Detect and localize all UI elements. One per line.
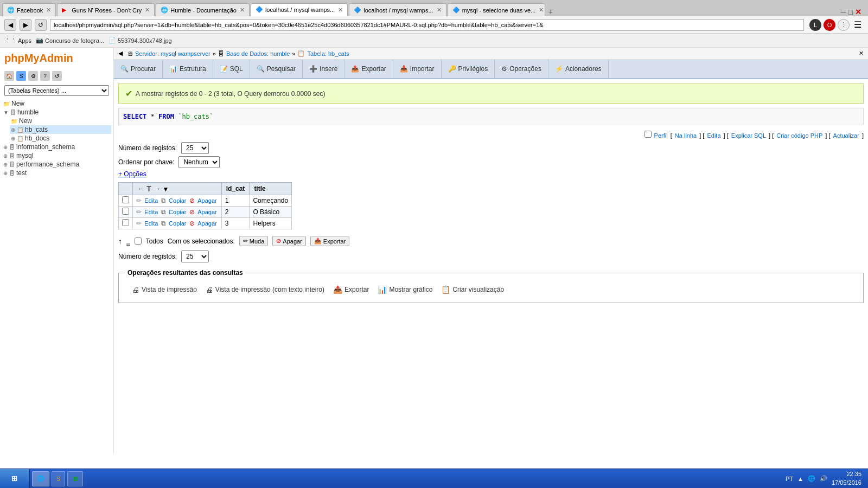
tab-close-pma2[interactable]: ✕ [437, 7, 442, 14]
tree-item-humble-new[interactable]: 📁 New [10, 117, 111, 125]
vista-impressao-texto-link[interactable]: 🖨 Vista de impressão (com texto inteiro) [206, 285, 324, 294]
nav-btn-privilegios[interactable]: 🔑 Privilégios [442, 60, 495, 78]
row2-delete-link[interactable]: Apagar [197, 209, 216, 215]
th-id-cat[interactable]: id_cat [221, 183, 250, 195]
profil-link[interactable]: Perfil [654, 132, 668, 139]
nav-arrow-t[interactable]: T [146, 184, 151, 193]
nav-btn-acionadores[interactable]: ⚡ Acionadores [548, 60, 609, 78]
row2-edit-link[interactable]: Edita [144, 209, 158, 215]
sidebar-icon-home[interactable]: 🏠 [4, 71, 14, 81]
muda-btn[interactable]: ✏ Muda [239, 236, 269, 246]
nav-arrow-right[interactable]: → [153, 184, 161, 193]
row1-checkbox[interactable] [122, 196, 129, 203]
check-all-checkbox[interactable] [135, 237, 142, 245]
extension-other[interactable]: ⋮ [838, 19, 850, 31]
row1-copy-link[interactable]: Copiar [169, 197, 186, 204]
tree-item-mysql[interactable]: ⊕ 🗄 mysql [2, 151, 111, 160]
menu-button[interactable]: ☰ [852, 19, 864, 31]
vista-impressao-link[interactable]: 🖨 Vista de impressão [132, 285, 197, 294]
nav-btn-operacoes[interactable]: ⚙ Operações [495, 60, 548, 78]
exportar-btn[interactable]: 📤 Exportar [310, 236, 350, 246]
tab-pma1[interactable]: 🔷 localhost / mysql wamps... ✕ [251, 3, 348, 16]
breadcrumb-collapse-icon[interactable]: ✕ [859, 50, 864, 57]
tab-close-mysql[interactable]: ✕ [539, 7, 544, 14]
th-title[interactable]: title [250, 183, 292, 195]
num-registos-top-select[interactable]: 25 50 100 [181, 142, 209, 154]
taskbar-green-app[interactable]: 🖥 [67, 471, 83, 486]
apagar-btn[interactable]: ⊘ Apagar [272, 236, 305, 246]
tree-item-humble[interactable]: ▼ 🗄 humble [2, 108, 111, 117]
tab-close-humble[interactable]: ✕ [240, 7, 245, 14]
tab-pma2[interactable]: 🔷 localhost / mysql wamps... ✕ [349, 3, 446, 16]
start-button[interactable]: ⊞ [0, 469, 30, 489]
row2-copy-link[interactable]: Copiar [169, 209, 186, 215]
taskbar-yellow-app[interactable]: S [52, 471, 65, 486]
criar-codigo-php-link[interactable]: Criar código PHP [776, 132, 822, 139]
nav-btn-pesquisar[interactable]: 🔍 Pesquisar [250, 60, 303, 78]
row3-edit-link[interactable]: Edita [144, 220, 158, 227]
row1-edit-link[interactable]: Edita [144, 197, 158, 204]
nav-btn-exportar[interactable]: 📤 Exportar [344, 60, 393, 78]
row3-copy-link[interactable]: Copiar [169, 220, 186, 227]
sort-up-icon[interactable]: ↑ [118, 237, 122, 246]
nav-btn-insere[interactable]: ➕ Insere [303, 60, 344, 78]
exportar-op-link[interactable]: 📤 Exportar [333, 285, 369, 294]
sidebar-icon-sql[interactable]: S [16, 71, 26, 81]
ordenar-select[interactable]: Nenhum [178, 156, 220, 168]
opcoes-link[interactable]: + Opções [118, 170, 146, 178]
tab-close-pma1[interactable]: ✕ [338, 7, 343, 14]
tab-mysql[interactable]: 🔷 mysql - selecione duas ve... ✕ [448, 3, 545, 16]
bookmark-concurso[interactable]: 📷 Concurso de fotogra... [36, 37, 104, 44]
window-close[interactable]: ✕ [855, 8, 861, 16]
sidebar-icon-settings[interactable]: ⚙ [28, 71, 38, 81]
extension-opera[interactable]: O [824, 19, 835, 31]
taskbar-up-icon[interactable]: ▲ [797, 476, 803, 482]
sidebar-icon-help[interactable]: ? [40, 71, 50, 81]
bookmark-img[interactable]: 📄 553794.300x748.jpg [108, 37, 172, 44]
taskbar-chrome[interactable]: 🌐 [32, 471, 49, 486]
actualizar-link[interactable]: Actualizar [833, 132, 859, 139]
nav-btn-procurar[interactable]: 🔍 Procurar [114, 60, 163, 78]
edita-link[interactable]: Edita [707, 132, 720, 139]
breadcrumb-table[interactable]: Tabela: hb_cats [307, 50, 349, 57]
sidebar-icon-refresh[interactable]: ↺ [52, 71, 62, 81]
na-linha-link[interactable]: Na linha [675, 132, 697, 139]
breadcrumb-db[interactable]: Base de Dados: humble [226, 50, 290, 57]
mostrar-grafico-link[interactable]: 📊 Mostrar gráfico [378, 285, 432, 294]
window-maximize[interactable]: □ [848, 8, 853, 16]
tree-item-hb-docs[interactable]: ⊕ 📋 hb_docs [10, 134, 111, 143]
tab-close-facebook[interactable]: ✕ [46, 7, 51, 14]
tree-item-new-root[interactable]: 📁 New [2, 99, 111, 108]
forward-button[interactable]: ▶ [20, 19, 31, 31]
explicar-sql-link[interactable]: Explicar SQL [731, 132, 766, 139]
num-registos-bottom-select[interactable]: 25 50 100 [181, 251, 209, 262]
row2-checkbox[interactable] [122, 208, 129, 215]
tab-facebook[interactable]: 🌐 Facebook ✕ [2, 3, 56, 16]
sort-dropdown-icon[interactable]: ▼ [163, 185, 169, 193]
nav-btn-estrutura[interactable]: 📊 Estrutura [163, 60, 213, 78]
nav-btn-sql[interactable]: 📝 SQL [213, 60, 250, 78]
tree-item-performance-schema[interactable]: ⊕ 🗄 performance_schema [2, 160, 111, 169]
profil-checkbox[interactable] [644, 131, 652, 138]
back-button[interactable]: ◀ [4, 19, 16, 31]
new-tab-button[interactable]: + [548, 8, 553, 16]
url-input[interactable] [50, 19, 804, 31]
criar-visualizacao-link[interactable]: 📋 Criar visualização [441, 285, 504, 294]
tree-item-information-schema[interactable]: ⊕ 🗄 information_schema [2, 143, 111, 151]
speaker-icon[interactable]: 🔊 [820, 475, 827, 482]
window-minimize[interactable]: ─ [841, 8, 846, 16]
breadcrumb-back-icon[interactable]: ◀ [118, 50, 123, 57]
breadcrumb-server[interactable]: Servidor: mysql wampserver [135, 50, 210, 57]
row1-delete-link[interactable]: Apagar [197, 197, 216, 204]
tab-gnr[interactable]: ▶ Guns N' Roses - Don't Cry ✕ [57, 3, 155, 16]
reload-button[interactable]: ↺ [35, 19, 47, 31]
tree-item-test[interactable]: ⊕ 🗄 test [2, 169, 111, 177]
tab-close-gnr[interactable]: ✕ [145, 7, 150, 14]
nav-btn-importar[interactable]: 📥 Importar [393, 60, 442, 78]
extension-lastpass[interactable]: L [809, 19, 821, 31]
nav-arrow-left[interactable]: ← [137, 184, 145, 193]
tab-humble[interactable]: 🌐 Humble - Documentação ✕ [156, 3, 250, 16]
tree-item-hb-cats[interactable]: ⊕ 📋 hb_cats [10, 125, 111, 134]
recent-tables-select[interactable]: (Tabelas Recentes) ... [4, 85, 109, 96]
row3-checkbox[interactable] [122, 219, 129, 226]
